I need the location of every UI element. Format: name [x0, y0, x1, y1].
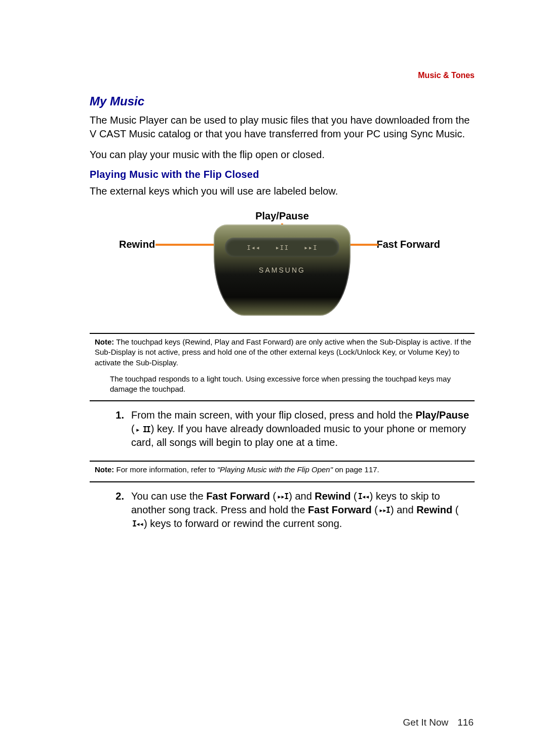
note-xref-title: "Playing Music with the Flip Open" [217, 465, 333, 474]
note-xref: Note: For more information, refer to "Pl… [95, 465, 475, 475]
rewind-icon-2: I◂◂ [131, 519, 144, 529]
label-fast-forward: Fast Forward [376, 239, 440, 250]
s2-pre: You can use the [131, 490, 206, 502]
rule-1 [90, 333, 475, 334]
label-rewind: Rewind [119, 239, 155, 250]
s2-po3: ( [372, 504, 378, 515]
phone-brand: SAMSUNG [214, 266, 350, 274]
heading-flip-closed: Playing Music with the Flip Closed [90, 169, 475, 180]
step-1-number: 1. [112, 408, 124, 449]
s2-pc4: ) keys to forward or rewind the current … [144, 518, 342, 529]
paragraph-intro-2: You can play your music with the flip op… [90, 148, 475, 162]
step-1-pre: From the main screen, with your flip clo… [131, 409, 415, 421]
note-touchpad-active: Note: The touchpad keys (Rewind, Play an… [95, 337, 475, 368]
step-1-rest: ) key. If you have already downloaded mu… [131, 423, 466, 448]
s2-b3: Fast Forward [308, 504, 372, 515]
paragraph-external-keys: The external keys which you will use are… [90, 184, 475, 198]
s2-b1: Fast Forward [206, 490, 270, 502]
header-section: Music & Tones [90, 71, 475, 80]
play-pause-icon: ▸ II [135, 425, 151, 435]
note-text-2a: For more information, refer to [114, 465, 217, 474]
rule-3 [90, 461, 475, 462]
step-2-number: 2. [112, 489, 124, 531]
note-lead-2: Note: [95, 465, 114, 474]
footer-chapter: Get It Now [403, 717, 449, 728]
rewind-icon: I◂◂ [357, 492, 370, 502]
step-1-bold-playpause: Play/Pause [415, 409, 469, 421]
page-content: Music & Tones My Music The Music Player … [90, 71, 475, 531]
note-lead-1: Note: [95, 337, 114, 346]
step-1-paren-open: ( [131, 423, 135, 434]
s2-pc1: ) and [289, 490, 315, 502]
page-footer: Get It Now116 [0, 717, 547, 728]
label-play-pause: Play/Pause [255, 210, 309, 222]
note-touchpad-force: The touchpad responds to a light touch. … [110, 374, 464, 395]
rule-2 [90, 400, 475, 401]
rewind-key-icon: I◂◂ [247, 244, 260, 251]
s2-po4: ( [452, 504, 458, 515]
fast-forward-icon-2: ▸▸I [378, 505, 390, 515]
step-2-text: You can use the Fast Forward (▸▸I) and R… [131, 489, 470, 531]
footer-page-number: 116 [457, 717, 474, 728]
step-1: 1. From the main screen, with your flip … [112, 408, 470, 449]
note-text-1: The touchpad keys (Rewind, Play and Fast… [95, 337, 471, 367]
s2-b2: Rewind [315, 490, 350, 502]
phone-figure: Play/Pause Rewind Fast Forward I◂◂ ▸II ▸… [90, 210, 475, 322]
fast-forward-icon: ▸▸I [276, 492, 289, 502]
s2-b4: Rewind [416, 504, 452, 515]
heading-my-music: My Music [90, 94, 475, 108]
ff-key-icon: ▸▸I [304, 244, 317, 251]
note-xref-tail: on page 117. [333, 465, 379, 474]
phone-key-strip: I◂◂ ▸II ▸▸I [225, 238, 339, 257]
s2-po1: ( [270, 490, 276, 502]
s2-pc3: ) and [390, 504, 416, 515]
rule-4 [90, 481, 475, 482]
s2-po2: ( [350, 490, 357, 502]
play-key-icon: ▸II [276, 244, 289, 251]
phone-illustration: I◂◂ ▸II ▸▸I SAMSUNG [214, 224, 350, 316]
paragraph-intro-1: The Music Player can be used to play mus… [90, 114, 475, 141]
step-1-text: From the main screen, with your flip clo… [131, 408, 470, 449]
step-2: 2. You can use the Fast Forward (▸▸I) an… [112, 489, 470, 531]
